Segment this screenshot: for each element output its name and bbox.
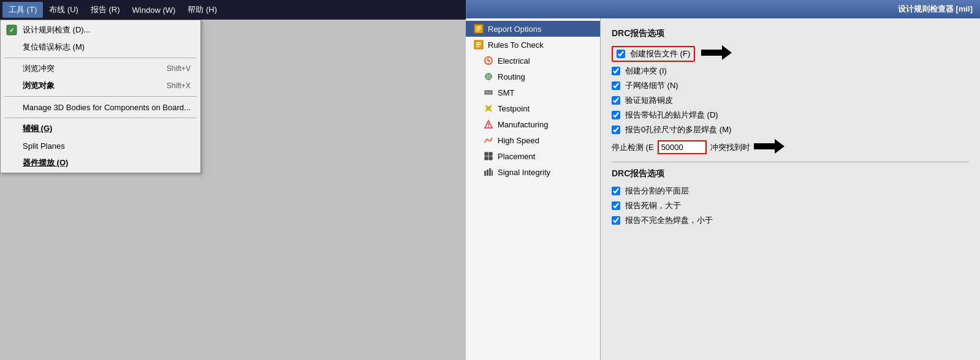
svg-text:✓: ✓	[9, 27, 14, 34]
tree-item-signal-integrity[interactable]: Signal Integrity	[466, 164, 600, 180]
menu-item-manage3d-label: Manage 3D Bodies for Components on Board…	[23, 103, 191, 112]
checkbox-row-report-dead-copper: 报告死铜，大于	[612, 200, 969, 211]
menu-item-component-placement[interactable]: 器件摆放 (O)	[1, 154, 200, 171]
separator-3	[4, 118, 197, 118]
menu-item-browse-conflicts[interactable]: 浏览冲突 Shift+V	[1, 60, 200, 77]
highlighted-checkbox-create-report[interactable]: 创建报告文件 (F)	[612, 46, 695, 62]
menu-report[interactable]: 报告 (R)	[85, 2, 126, 18]
tree-item-highspeed[interactable]: High Speed	[466, 132, 600, 148]
svg-point-21	[488, 126, 489, 127]
stop-detect-input[interactable]	[658, 140, 707, 154]
menu-item-copper[interactable]: 辅铜 (G)	[1, 120, 200, 137]
svg-rect-24	[485, 157, 488, 160]
menu-bar: 工具 (T) 布线 (U) 报告 (R) Window (W) 帮助 (H)	[0, 0, 466, 20]
checkbox-row-report-drilled-smd: 报告带钻孔的贴片焊盘 (D)	[612, 110, 969, 121]
separator-2	[4, 96, 197, 97]
checkbox-subnet-detail[interactable]	[612, 81, 620, 90]
menu-routing[interactable]: 布线 (U)	[43, 2, 85, 18]
svg-rect-25	[489, 157, 492, 160]
menu-window[interactable]: Window (W)	[126, 3, 182, 17]
svg-rect-27	[487, 170, 488, 176]
checkbox-report-incomplete-thermal-label: 报告不完全热焊盘，小于	[625, 215, 713, 226]
signal-integrity-icon	[483, 167, 494, 178]
tree-item-rules-to-check-label: Rules To Check	[488, 40, 544, 50]
svg-rect-16	[486, 92, 488, 93]
tree-item-signal-integrity-label: Signal Integrity	[498, 168, 550, 177]
checkbox-create-report-label: 创建报告文件 (F)	[630, 48, 690, 59]
checkbox-report-split-plane-label: 报告分割的平面层	[625, 186, 689, 197]
section2-title: DRC报告选项	[612, 168, 969, 179]
menu-item-browse-objects[interactable]: 浏览对象 Shift+X	[1, 77, 200, 94]
dialog-title: 设计规则检查器 [mil]	[898, 4, 973, 13]
tree-item-smt[interactable]: SMT	[466, 84, 600, 100]
checkbox-verify-short-label: 验证短路铜皮	[625, 95, 673, 106]
checkbox-report-split-plane[interactable]	[612, 187, 620, 195]
arrow-annotation	[701, 45, 732, 62]
stop-detect-row: 停止检测 (E 冲突找到时	[612, 139, 969, 156]
tree-item-rules-to-check[interactable]: Rules To Check	[466, 37, 600, 53]
checkbox-create-report[interactable]	[617, 50, 625, 58]
checkbox-report-zero-hole[interactable]	[612, 126, 620, 134]
tree-item-report-options[interactable]: Report Options	[466, 21, 600, 37]
menu-item-browse-objects-label: 浏览对象	[23, 80, 55, 91]
tree-item-smt-label: SMT	[498, 88, 514, 97]
tree-panel: Report Options Rules To Check	[466, 18, 601, 360]
checkbox-row-report-incomplete-thermal: 报告不完全热焊盘，小于	[612, 215, 969, 226]
testpoint-icon	[483, 103, 494, 114]
menu-item-split-planes[interactable]: Split Planes	[1, 137, 200, 154]
menu-item-drc-label: 设计规则检查 (D)...	[23, 24, 91, 36]
tree-item-placement-label: Placement	[498, 152, 535, 161]
checkbox-row-subnet-detail: 子网络细节 (N)	[612, 80, 969, 91]
menu-item-copper-label: 辅铜 (G)	[23, 123, 52, 134]
svg-rect-15	[485, 91, 492, 94]
checkbox-create-conflict[interactable]	[612, 67, 620, 75]
tree-item-placement[interactable]: Placement	[466, 148, 600, 164]
tree-item-routing-label: Routing	[498, 72, 525, 81]
svg-marker-31	[754, 139, 784, 154]
section-divider	[612, 162, 969, 162]
section1-title: DRC报告选项	[612, 28, 969, 39]
checkbox-row-verify-short: 验证短路铜皮	[612, 95, 969, 106]
menu-item-component-placement-label: 器件摆放 (O)	[23, 157, 68, 168]
tree-item-electrical[interactable]: Electrical	[466, 53, 600, 69]
browse-objects-shortcut: Shift+X	[167, 81, 191, 90]
menu-tools[interactable]: 工具 (T)	[2, 2, 43, 18]
highspeed-icon	[483, 135, 494, 146]
routing-icon	[483, 71, 494, 82]
stop-detect-suffix: 冲突找到时	[710, 142, 750, 153]
svg-rect-22	[485, 152, 488, 156]
dialog-titlebar: 设计规则检查器 [mil]	[466, 0, 980, 18]
rules-check-icon	[473, 39, 484, 50]
checkbox-row-create-report: 创建报告文件 (F)	[612, 45, 969, 62]
checkbox-report-incomplete-thermal[interactable]	[612, 216, 620, 225]
separator-1	[4, 58, 197, 58]
checkbox-report-dead-copper[interactable]	[612, 201, 620, 210]
menu-item-reset[interactable]: 复位错误标志 (M)	[1, 39, 200, 56]
svg-rect-26	[484, 171, 486, 176]
checkbox-row-report-zero-hole: 报告0孔径尺寸的多层焊盘 (M)	[612, 124, 969, 135]
svg-marker-30	[701, 45, 732, 60]
checkbox-report-zero-hole-label: 报告0孔径尺寸的多层焊盘 (M)	[625, 124, 731, 135]
placement-icon	[483, 151, 494, 162]
menu-item-browse-conflicts-label: 浏览冲突	[23, 63, 55, 74]
electrical-icon	[483, 55, 494, 66]
tree-item-manufacturing[interactable]: Manufacturing	[466, 116, 600, 132]
manufacturing-icon	[483, 119, 494, 130]
checkbox-report-drilled-smd[interactable]	[612, 111, 620, 119]
tree-item-electrical-label: Electrical	[498, 56, 530, 66]
menu-item-drc[interactable]: ✓ 设计规则检查 (D)...	[1, 21, 200, 39]
menu-item-reset-label: 复位错误标志 (M)	[23, 42, 85, 53]
menu-item-manage3d[interactable]: Manage 3D Bodies for Components on Board…	[1, 99, 200, 116]
menu-help[interactable]: 帮助 (H)	[181, 2, 223, 18]
tree-item-highspeed-label: High Speed	[498, 136, 539, 145]
checkbox-verify-short[interactable]	[612, 96, 620, 105]
report-options-icon	[473, 23, 484, 34]
tree-item-routing[interactable]: Routing	[466, 69, 600, 84]
smt-icon	[483, 87, 494, 98]
svg-rect-17	[489, 92, 491, 93]
dialog-body: Report Options Rules To Check	[466, 18, 980, 360]
tree-item-testpoint[interactable]: Testpoint	[466, 100, 600, 116]
checkbox-row-create-conflict: 创建冲突 (I)	[612, 66, 969, 77]
checkbox-row-report-split-plane: 报告分割的平面层	[612, 186, 969, 197]
checkbox-report-drilled-smd-label: 报告带钻孔的贴片焊盘 (D)	[625, 110, 718, 121]
